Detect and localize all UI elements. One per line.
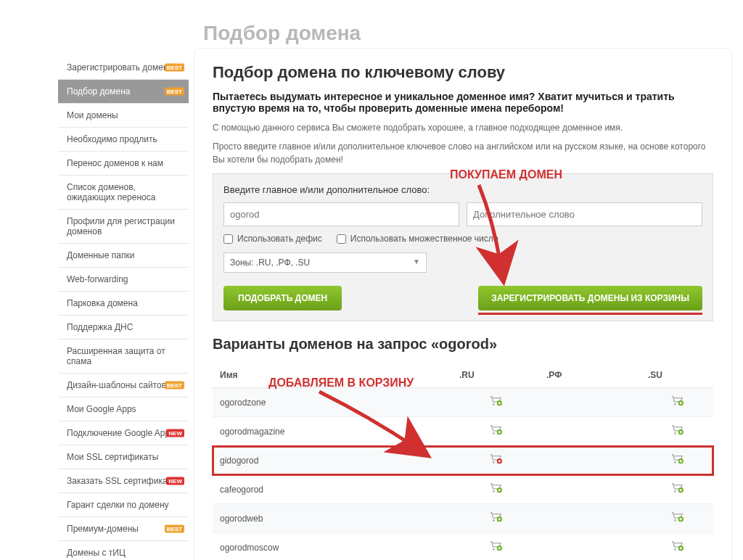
sidebar-item[interactable]: Парковка домена bbox=[58, 292, 189, 316]
add-to-cart-icon[interactable] bbox=[489, 482, 502, 493]
panel-heading: Подбор домена по ключевому слову bbox=[213, 63, 713, 82]
register-domains-button[interactable]: ЗАРЕГИСТРИРОВАТЬ ДОМЕНЫ ИЗ КОРЗИНЫ bbox=[478, 286, 702, 310]
rf-cell bbox=[539, 533, 641, 561]
panel-desc2: Просто введите главное и/или дополнитель… bbox=[213, 140, 713, 166]
rf-cell bbox=[539, 446, 641, 475]
sidebar-item[interactable]: Мои Google Apps bbox=[58, 398, 189, 421]
annotation-underline bbox=[478, 313, 702, 315]
sidebar-item[interactable]: Расширенная защита от спама bbox=[58, 339, 189, 374]
add-to-cart-icon[interactable] bbox=[489, 453, 502, 464]
su-cell bbox=[641, 388, 713, 417]
new-badge-icon: NEW bbox=[166, 477, 184, 485]
ru-cell bbox=[452, 446, 539, 475]
sidebar-item[interactable]: Перенос доменов к нам bbox=[58, 152, 189, 176]
svg-point-24 bbox=[493, 519, 495, 522]
svg-point-30 bbox=[493, 548, 495, 551]
search-button[interactable]: ПОДОБРАТЬ ДОМЕН bbox=[223, 286, 342, 310]
best-badge-icon: BEST bbox=[165, 382, 184, 390]
hyphen-checkbox[interactable] bbox=[223, 234, 233, 244]
col-ru: .RU bbox=[452, 363, 539, 388]
add-to-cart-icon[interactable] bbox=[489, 540, 502, 551]
best-badge-icon: BEST bbox=[165, 525, 184, 533]
su-cell bbox=[641, 533, 713, 561]
domain-name-cell: gidogorod bbox=[213, 446, 452, 475]
sidebar-item[interactable]: Список доменов, ожидающих переноса bbox=[58, 176, 189, 210]
plural-checkbox[interactable] bbox=[337, 234, 346, 244]
additional-keyword-input[interactable] bbox=[467, 202, 702, 226]
svg-point-27 bbox=[674, 519, 676, 522]
svg-point-33 bbox=[674, 548, 676, 551]
su-cell bbox=[641, 475, 713, 504]
svg-point-3 bbox=[674, 403, 676, 405]
svg-point-21 bbox=[674, 490, 676, 493]
page-title: Подбор домена bbox=[0, 0, 743, 56]
add-to-cart-icon[interactable] bbox=[670, 395, 684, 405]
best-badge-icon: BEST bbox=[165, 64, 184, 72]
results-table: Имя .RU .РФ .SU ogorodzoneogorodmagazine… bbox=[213, 363, 713, 560]
svg-point-9 bbox=[674, 432, 676, 435]
table-row: ogorodweb bbox=[213, 504, 713, 533]
svg-point-0 bbox=[493, 403, 495, 405]
table-row: cafeogorod bbox=[213, 475, 713, 504]
sidebar-item[interactable]: Дизайн-шаблоны сайтовBEST bbox=[58, 374, 189, 398]
table-row: ogorodzone bbox=[213, 388, 713, 417]
su-cell bbox=[641, 504, 713, 533]
add-to-cart-icon[interactable] bbox=[489, 395, 502, 405]
keyword-input[interactable] bbox=[223, 202, 459, 226]
su-cell bbox=[641, 446, 713, 475]
ru-cell bbox=[452, 388, 539, 417]
sidebar-item[interactable]: Доменные папки bbox=[58, 244, 189, 268]
svg-point-18 bbox=[493, 490, 495, 493]
sidebar-item[interactable]: Подбор доменаBEST bbox=[58, 80, 189, 104]
sidebar-item[interactable]: Заказать SSL сертификатNEW bbox=[58, 469, 189, 493]
sidebar-item[interactable]: Подключение Google AppsNEW bbox=[58, 421, 189, 445]
svg-point-6 bbox=[493, 432, 495, 435]
hyphen-checkbox-label[interactable]: Использовать дефис bbox=[223, 234, 322, 244]
search-form: Введите главное и/или дополнительное сло… bbox=[213, 173, 713, 321]
domain-name-cell: ogorodweb bbox=[213, 504, 452, 533]
panel-subheading: Пытаетесь выдумать интересное и уникальн… bbox=[213, 91, 713, 114]
main-panel: Подбор домена по ключевому слову Пытаете… bbox=[194, 49, 731, 560]
table-row: ogorodmoscow bbox=[213, 533, 713, 561]
sidebar-item[interactable]: Премиум-доменыBEST bbox=[58, 517, 189, 541]
rf-cell bbox=[539, 417, 641, 446]
table-row: ogorodmagazine bbox=[213, 417, 713, 446]
col-name: Имя bbox=[213, 363, 452, 388]
add-to-cart-icon[interactable] bbox=[670, 511, 684, 522]
sidebar-item[interactable]: Необходимо продлить bbox=[58, 128, 189, 152]
sidebar: Зарегистрировать доменBESTПодбор доменаB… bbox=[58, 56, 189, 560]
add-to-cart-icon[interactable] bbox=[670, 424, 684, 435]
sidebar-item[interactable]: Зарегистрировать доменBEST bbox=[58, 56, 189, 80]
ru-cell bbox=[452, 475, 539, 504]
sidebar-item[interactable]: Гарант сделки по домену bbox=[58, 493, 189, 517]
sidebar-item[interactable]: Мои SSL сертификаты bbox=[58, 445, 189, 469]
add-to-cart-icon[interactable] bbox=[670, 540, 684, 551]
plural-checkbox-label[interactable]: Использовать множественное число bbox=[337, 234, 498, 244]
add-to-cart-icon[interactable] bbox=[489, 424, 502, 435]
su-cell bbox=[641, 417, 713, 446]
new-badge-icon: NEW bbox=[166, 429, 184, 437]
add-to-cart-icon[interactable] bbox=[670, 453, 684, 464]
sidebar-item[interactable]: Web-forwarding bbox=[58, 268, 189, 292]
add-to-cart-icon[interactable] bbox=[670, 482, 684, 493]
zone-select[interactable]: Зоны: .RU, .РФ, .SU bbox=[223, 252, 427, 273]
rf-cell bbox=[539, 475, 641, 504]
ru-cell bbox=[452, 417, 539, 446]
col-su: .SU bbox=[641, 363, 713, 388]
sidebar-item[interactable]: Профили для регистрации доменов bbox=[58, 210, 189, 244]
add-to-cart-icon[interactable] bbox=[489, 511, 502, 522]
domain-name-cell: ogorodzone bbox=[213, 388, 452, 417]
domain-name-cell: cafeogorod bbox=[213, 475, 452, 504]
sidebar-item[interactable]: Мои домены bbox=[58, 104, 189, 128]
sidebar-item[interactable]: Домены с тИЦ bbox=[58, 541, 189, 560]
col-rf: .РФ bbox=[539, 363, 641, 388]
svg-point-12 bbox=[493, 461, 495, 464]
sidebar-item[interactable]: Поддержка ДНС bbox=[58, 316, 189, 339]
table-row: gidogorod bbox=[213, 446, 713, 475]
best-badge-icon: BEST bbox=[165, 88, 184, 96]
svg-point-15 bbox=[674, 461, 676, 464]
ru-cell bbox=[452, 533, 539, 561]
rf-cell bbox=[539, 504, 641, 533]
ru-cell bbox=[452, 504, 539, 533]
form-label: Введите главное и/или дополнительное сло… bbox=[223, 184, 702, 195]
